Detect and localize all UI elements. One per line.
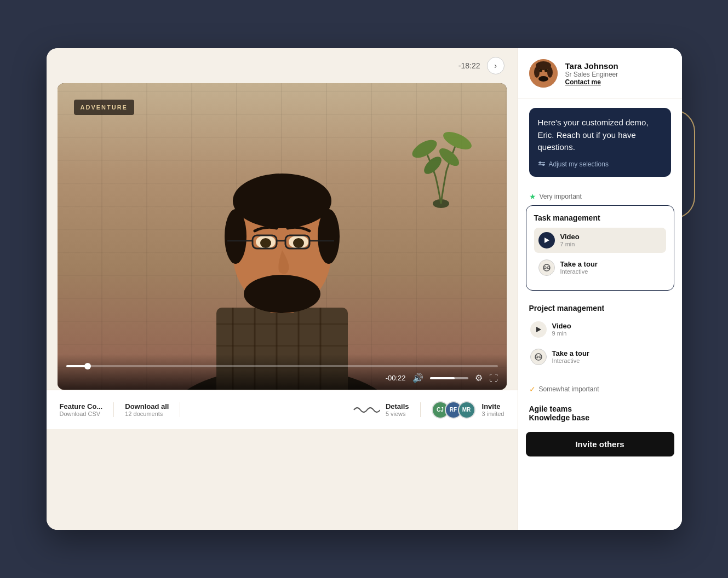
chevron-right-icon: ›: [494, 61, 497, 70]
svg-point-41: [542, 164, 544, 166]
task-management-card: Task management Video 7 min: [526, 205, 674, 291]
download-sub: 12 documents: [125, 411, 169, 417]
volume-fill: [430, 377, 455, 379]
adjust-label: Adjust my selections: [549, 160, 609, 168]
avatar-mr: MR: [458, 401, 475, 419]
task-tour-title: Take a tour: [560, 260, 662, 268]
person-figure: [145, 127, 419, 390]
adjust-link[interactable]: Adjust my selections: [538, 160, 662, 168]
download-label: Download all: [125, 402, 169, 411]
svg-point-20: [244, 275, 320, 313]
task-tour-sub: Interactive: [560, 268, 662, 275]
task-tour-item[interactable]: Take a tour Interactive: [534, 255, 666, 280]
project-video-sub: 9 min: [552, 330, 670, 337]
download-item[interactable]: Download all 12 documents: [114, 402, 180, 417]
svg-point-3: [421, 154, 444, 177]
project-tour-title: Take a tour: [552, 349, 670, 357]
video-timestamp: -18:22: [458, 61, 480, 70]
svg-point-42: [543, 264, 550, 271]
svg-point-40: [539, 161, 541, 164]
project-play-icon: [536, 327, 541, 332]
play-button-active[interactable]: [538, 232, 555, 248]
contact-link[interactable]: Contact me: [565, 78, 671, 86]
kb-title: Knowledge base: [529, 413, 671, 422]
svg-point-33: [534, 67, 540, 78]
svg-point-43: [544, 267, 546, 269]
project-video-info: Video 9 min: [552, 322, 670, 337]
contact-role: Sr Sales Engineer: [565, 71, 671, 78]
progress-bar[interactable]: [66, 365, 498, 367]
svg-point-23: [260, 238, 271, 248]
project-tour-item[interactable]: Take a tour Interactive: [526, 344, 674, 369]
settings-icon[interactable]: ⚙: [475, 373, 483, 383]
wavy-icon: [353, 403, 380, 417]
importance-1-label: ★ Very important: [518, 186, 682, 205]
sign-text: ADVENTURE: [81, 104, 128, 111]
task-video-info: Video 7 min: [560, 233, 662, 247]
progress-thumb: [84, 363, 91, 369]
invite-text: Invite 3 invited: [482, 402, 505, 417]
importance-2-text: Somewhat important: [539, 385, 599, 393]
tour-icon: [542, 263, 551, 272]
message-text: Here's your customized demo, Eric. Reach…: [538, 117, 662, 154]
current-time: -00:22: [386, 374, 406, 382]
sidebar: Tara Johnson Sr Sales Engineer Contact m…: [518, 48, 682, 530]
fullscreen-icon[interactable]: ⛶: [489, 373, 498, 383]
svg-point-45: [535, 354, 542, 360]
bottom-bar: Feature Co... Download CSV Download all …: [47, 390, 518, 429]
video-top-bar: -18:22 ›: [47, 48, 518, 83]
avatar-face-svg: [529, 59, 558, 88]
invite-others-button[interactable]: Invite others: [526, 432, 674, 456]
project-management-title: Project management: [518, 297, 682, 317]
project-management-items: Video 9 min Take: [526, 317, 674, 372]
video-nav-forward[interactable]: ›: [487, 57, 505, 74]
feature-sub: Download CSV: [60, 411, 103, 417]
contact-name: Tara Johnson: [565, 61, 671, 71]
details-text: Details 5 views: [386, 402, 409, 417]
sliders-icon: [538, 160, 546, 168]
play-icon: [544, 238, 549, 243]
volume-slider[interactable]: [430, 377, 468, 379]
star-icon: ★: [529, 192, 536, 201]
details-item[interactable]: Details 5 views: [342, 402, 421, 417]
video-player[interactable]: ADVENTURE: [58, 83, 507, 390]
svg-point-35: [538, 76, 548, 82]
app-wrapper: -18:22 › ADVENTURE: [0, 0, 728, 578]
feature-item[interactable]: Feature Co... Download CSV: [60, 402, 114, 417]
task-management-title: Task management: [534, 213, 666, 222]
main-card: -18:22 › ADVENTURE: [47, 48, 682, 530]
avatar-group: CJ RF MR: [432, 401, 475, 419]
task-video-title: Video: [560, 233, 662, 241]
task-tour-info: Take a tour Interactive: [560, 260, 662, 275]
project-tour-btn[interactable]: [530, 349, 547, 365]
video-controls: -00:22 🔊 ⚙ ⛶: [58, 354, 507, 390]
task-video-item[interactable]: Video 7 min: [534, 228, 666, 253]
controls-row: -00:22 🔊 ⚙ ⛶: [66, 373, 498, 383]
details-label: Details: [386, 402, 409, 411]
message-bubble: Here's your customized demo, Eric. Reach…: [529, 108, 671, 177]
avatar: [529, 59, 558, 88]
svg-point-47: [539, 356, 541, 358]
project-video-item[interactable]: Video 9 min: [526, 317, 674, 342]
invite-sub: 3 invited: [482, 411, 505, 417]
project-play-btn[interactable]: [530, 321, 547, 338]
svg-point-18: [225, 209, 247, 264]
invite-label: Invite: [482, 402, 505, 411]
volume-icon[interactable]: 🔊: [412, 373, 423, 383]
feature-label: Feature Co...: [60, 402, 103, 411]
tour-button[interactable]: [538, 259, 555, 276]
details-sub: 5 views: [386, 411, 409, 417]
kb-section: Knowledge base: [518, 413, 682, 432]
svg-point-36: [539, 69, 542, 72]
importance-1-text: Very important: [540, 193, 582, 200]
contact-header: Tara Johnson Sr Sales Engineer Contact m…: [529, 59, 671, 88]
contact-card: Tara Johnson Sr Sales Engineer Contact m…: [518, 48, 682, 99]
video-section: -18:22 › ADVENTURE: [47, 48, 518, 530]
svg-point-24: [293, 238, 304, 248]
svg-point-37: [544, 69, 548, 72]
video-frame: ADVENTURE: [58, 83, 507, 390]
svg-point-4: [436, 145, 462, 169]
project-tour-sub: Interactive: [552, 357, 670, 364]
invite-section[interactable]: CJ RF MR Invite 3 invited: [421, 401, 505, 419]
importance-2-label: ✓ Somewhat important: [518, 378, 682, 398]
